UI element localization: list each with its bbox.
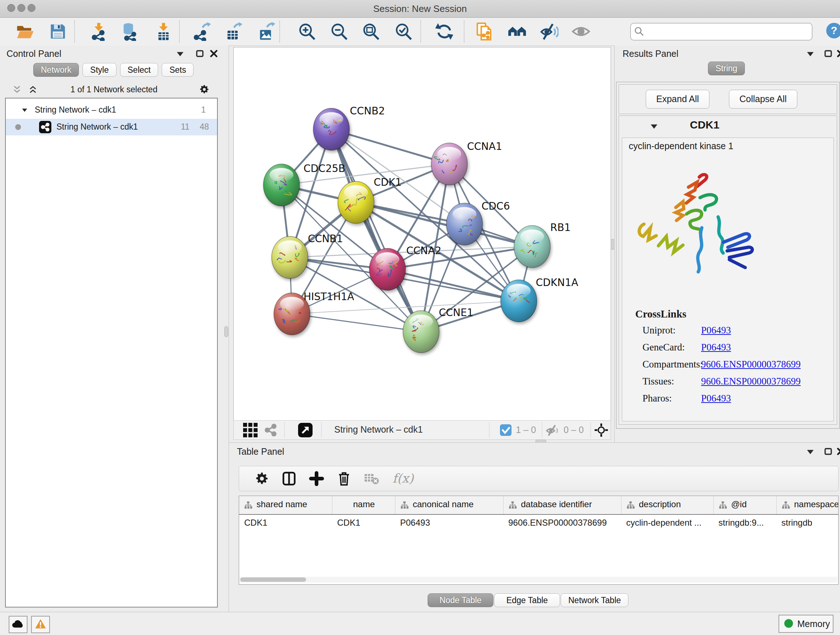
grid-view-icon[interactable]	[243, 423, 257, 437]
add-column-icon[interactable]	[309, 470, 325, 486]
show-columns-icon[interactable]	[281, 470, 297, 486]
panel-close-icon[interactable]	[836, 49, 840, 58]
protein-expander-icon[interactable]	[649, 122, 659, 131]
table-cell[interactable]: cyclin-dependent ...	[621, 515, 714, 531]
expand-collapse-bar: Expand All Collapse All	[619, 84, 837, 114]
open-session-button[interactable]	[16, 22, 34, 41]
network-options-gear-icon[interactable]	[198, 84, 210, 95]
network-node-CCNA1[interactable]	[431, 143, 467, 185]
network-tree-root-row[interactable]: String Network – cdk1 1	[6, 102, 217, 119]
network-collection-label: String Network – cdk1	[35, 105, 116, 115]
column-header[interactable]: description	[621, 496, 714, 514]
clone-network-button[interactable]	[475, 22, 494, 41]
network-node-CDKN1A[interactable]	[501, 280, 537, 322]
network-node-CCNB2[interactable]	[313, 108, 349, 150]
svg-text:f(x): f(x)	[393, 471, 414, 486]
crosslink-link[interactable]: P06493	[701, 393, 731, 404]
network-edge[interactable]	[387, 269, 519, 301]
import-network-button[interactable]	[89, 22, 108, 41]
fit-selected-crosshair-icon[interactable]	[594, 423, 608, 437]
tab-network-table[interactable]: Network Table	[561, 593, 628, 607]
export-image-button[interactable]	[256, 22, 275, 41]
network-canvas[interactable]: CCNB2CCNA1CDC25BCDK1CDC6RB1CCNB1CCNA2CDK…	[233, 47, 611, 421]
crosslink-link[interactable]: P06493	[701, 342, 731, 353]
network-node-CCNB1[interactable]	[272, 236, 308, 279]
import-database-button[interactable]	[120, 22, 139, 41]
zoom-selected-button[interactable]	[394, 22, 413, 41]
column-header[interactable]: namespace	[776, 496, 838, 514]
hide-selected-button[interactable]	[540, 22, 559, 41]
tab-edge-table[interactable]: Edge Table	[494, 593, 560, 607]
collapse-all-networks-icon[interactable]	[12, 85, 22, 94]
export-network-button[interactable]	[192, 22, 211, 41]
node-table[interactable]: shared namenamecanonical namedatabase id…	[239, 496, 838, 585]
warnings-button[interactable]	[31, 616, 50, 633]
table-cell[interactable]: CDK1	[332, 515, 395, 531]
table-cell[interactable]: P06493	[395, 515, 503, 531]
toolbar-separator	[279, 21, 280, 42]
network-edge[interactable]	[292, 314, 421, 332]
zoom-out-button[interactable]	[330, 22, 349, 41]
zoom-fit-button[interactable]	[362, 22, 381, 41]
expand-all-networks-icon[interactable]	[28, 85, 38, 94]
first-neighbors-button[interactable]	[508, 22, 527, 41]
import-table-button[interactable]	[154, 22, 173, 41]
birdseye-view-icon[interactable]	[298, 423, 313, 437]
table-cell[interactable]: CDK1	[239, 515, 332, 531]
help-button[interactable]: ?	[826, 22, 840, 39]
crosslink-link[interactable]: 9606.ENSP00000378699	[701, 376, 801, 387]
collapse-all-button[interactable]: Collapse All	[729, 90, 797, 109]
panel-float-icon[interactable]	[824, 447, 833, 456]
tab-network[interactable]: Network	[33, 63, 79, 77]
tab-style[interactable]: Style	[82, 63, 116, 77]
table-cell[interactable]: 9606.ENSP00000378699	[503, 515, 621, 531]
left-splitter-handle[interactable]	[224, 326, 228, 337]
network-node-CDC6[interactable]	[447, 203, 483, 245]
table-cell[interactable]: stringdb:9...	[714, 515, 776, 531]
svg-text:?: ?	[831, 24, 837, 36]
network-edge-count: 48	[200, 122, 209, 132]
panel-menu-icon[interactable]	[175, 49, 185, 59]
tab-node-table[interactable]: Node Table	[428, 593, 493, 607]
crosslink-link[interactable]: P06493	[701, 325, 731, 336]
node-label-RB1: RB1	[550, 222, 570, 233]
network-view-icon[interactable]	[264, 423, 278, 437]
memory-button[interactable]: Memory	[778, 615, 834, 633]
zoom-in-button[interactable]	[298, 22, 317, 41]
apply-layout-button[interactable]	[435, 22, 454, 41]
network-node-CDC25B[interactable]	[264, 164, 300, 206]
network-tree-selected-row[interactable]: String Network – cdk1 11 48	[6, 119, 217, 135]
column-header[interactable]: @id	[714, 496, 777, 514]
save-session-button[interactable]	[49, 22, 67, 41]
tab-sets[interactable]: Sets	[162, 63, 194, 77]
export-table-button[interactable]	[224, 22, 242, 41]
scrollbar-thumb[interactable]	[240, 578, 306, 582]
tab-select[interactable]: Select	[120, 63, 158, 77]
network-node-RB1[interactable]	[514, 226, 550, 268]
tree-expander-icon[interactable]	[21, 106, 28, 114]
panel-float-icon[interactable]	[195, 49, 205, 58]
table-horizontal-scrollbar[interactable]	[240, 577, 837, 583]
expand-all-button[interactable]: Expand All	[646, 90, 709, 109]
selected-checkbox-icon[interactable]	[500, 424, 512, 436]
column-header[interactable]: name	[332, 496, 395, 514]
table-cell[interactable]: stringdb	[776, 515, 838, 531]
crosslink-link[interactable]: 9606.ENSP00000378699	[701, 359, 801, 370]
panel-menu-icon[interactable]	[806, 447, 815, 456]
tab-string[interactable]: String	[708, 62, 745, 75]
panel-close-icon[interactable]	[209, 49, 218, 58]
column-header[interactable]: canonical name	[395, 496, 504, 514]
search-input[interactable]	[647, 25, 808, 38]
table-settings-gear-icon[interactable]	[254, 470, 270, 486]
delete-column-icon[interactable]	[336, 470, 352, 486]
panel-menu-icon[interactable]	[806, 49, 815, 59]
show-all-button	[572, 22, 591, 41]
cloud-button[interactable]	[9, 616, 27, 633]
column-header[interactable]: shared name	[239, 496, 332, 514]
panel-float-icon[interactable]	[824, 49, 833, 58]
panel-close-icon[interactable]	[836, 447, 840, 456]
column-header[interactable]: database identifier	[503, 496, 622, 514]
network-node-CCNA2[interactable]	[369, 249, 406, 290]
network-node-CCNE1[interactable]	[403, 310, 439, 353]
network-node-CDK1[interactable]	[338, 181, 374, 223]
